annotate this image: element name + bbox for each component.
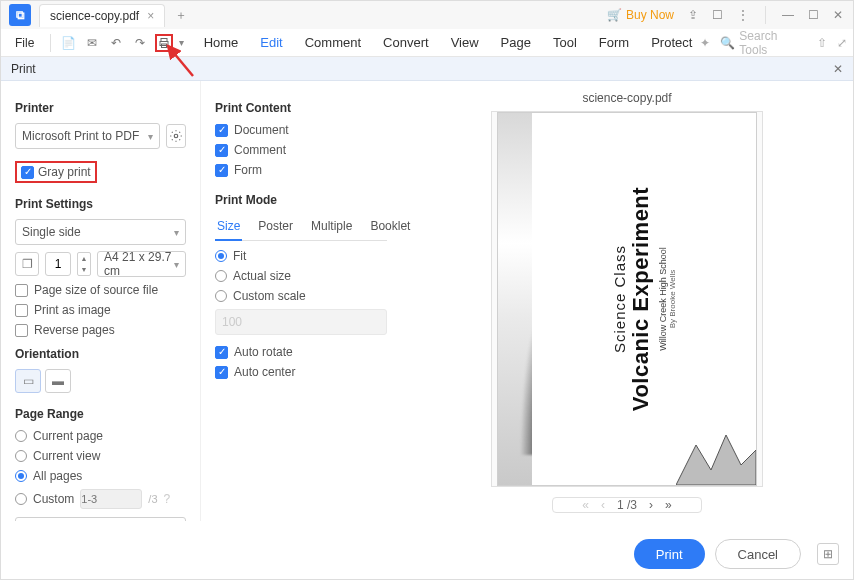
print-preview-panel: science-copy.pdf Science Class Volcanic …	[401, 81, 853, 521]
file-menu[interactable]: File	[7, 32, 42, 54]
copies-input[interactable]	[45, 252, 71, 276]
tab-edit[interactable]: Edit	[258, 31, 284, 54]
expand-icon[interactable]: ⤢	[837, 36, 847, 50]
preview-frame: Science Class Volcanic Experiment Willow…	[491, 111, 763, 487]
tab-view[interactable]: View	[449, 31, 481, 54]
sides-select[interactable]: Single side▾	[15, 219, 186, 245]
print-left-panel: Printer Microsoft Print to PDF▾ Gray pri…	[1, 81, 201, 521]
tab-home[interactable]: Home	[202, 31, 241, 54]
printer-properties-button[interactable]	[166, 124, 186, 148]
pages-filter-select[interactable]: All pages▾	[15, 517, 186, 521]
undo-icon[interactable]: ↶	[107, 34, 125, 52]
tab-form[interactable]: Form	[597, 31, 631, 54]
auto-center-checkbox[interactable]: Auto center	[215, 365, 387, 379]
open-icon[interactable]: 📄	[59, 34, 77, 52]
mode-tab-poster[interactable]: Poster	[256, 215, 295, 240]
share-out-icon[interactable]: ⇧	[817, 36, 827, 50]
printer-label: Printer	[15, 101, 186, 115]
preview-text-band: Science Class Volcanic Experiment Willow…	[532, 113, 756, 485]
range-current-page-radio[interactable]: Current page	[15, 429, 186, 443]
printer-select[interactable]: Microsoft Print to PDF▾	[15, 123, 160, 149]
tab-tool[interactable]: Tool	[551, 31, 579, 54]
tab-convert[interactable]: Convert	[381, 31, 431, 54]
redo-icon[interactable]: ↷	[131, 34, 149, 52]
print-dialog-header: Print ✕	[1, 57, 853, 81]
pager-status: 1 /3	[617, 498, 637, 512]
size-actual-radio[interactable]: Actual size	[215, 269, 387, 283]
maximize-icon[interactable]: ☐	[808, 8, 819, 22]
main-toolbar: File 📄 ✉ ↶ ↷ ▾ Home Edit Comment Convert…	[1, 29, 853, 57]
tab-title: science-copy.pdf	[50, 9, 139, 23]
content-document-checkbox[interactable]: Document	[215, 123, 387, 137]
size-fit-radio[interactable]: Fit	[215, 249, 387, 263]
more-icon[interactable]: ⋮	[737, 8, 749, 22]
close-dialog-icon[interactable]: ✕	[833, 62, 843, 76]
print-dialog-body: Printer Microsoft Print to PDF▾ Gray pri…	[1, 81, 853, 521]
print-mid-panel: Print Content Document Comment Form Prin…	[201, 81, 401, 521]
auto-rotate-checkbox[interactable]: Auto rotate	[215, 345, 387, 359]
preview-pager: « ‹ 1 /3 › »	[552, 497, 702, 513]
print-dialog-title: Print	[11, 62, 36, 76]
paper-size-select[interactable]: A4 21 x 29.7 cm▾	[97, 251, 186, 277]
search-tools-input[interactable]: 🔍 Search Tools	[720, 29, 807, 57]
orientation-landscape-button[interactable]: ▬	[45, 369, 71, 393]
close-window-icon[interactable]: ✕	[833, 8, 843, 22]
size-custom-radio[interactable]: Custom scale	[215, 289, 387, 303]
ribbon-tabs: Home Edit Comment Convert View Page Tool…	[202, 31, 695, 54]
svg-point-3	[174, 134, 178, 138]
page-source-checkbox[interactable]: Page size of source file	[15, 283, 186, 297]
share-icon[interactable]: ⇪	[688, 8, 698, 22]
doc-line1: Science Class	[611, 187, 628, 411]
custom-scale-input: 100	[215, 309, 387, 335]
tab-page[interactable]: Page	[499, 31, 533, 54]
app-icon: ⧉	[9, 4, 31, 26]
wand-icon[interactable]: ✦	[700, 36, 710, 50]
mail-icon[interactable]: ✉	[83, 34, 101, 52]
range-current-view-radio[interactable]: Current view	[15, 449, 186, 463]
range-all-pages-radio[interactable]: All pages	[15, 469, 186, 483]
preview-page: Science Class Volcanic Experiment Willow…	[497, 112, 757, 486]
pager-first-icon[interactable]: «	[582, 498, 589, 512]
mode-tab-multiple[interactable]: Multiple	[309, 215, 354, 240]
tab-protect[interactable]: Protect	[649, 31, 694, 54]
tab-comment[interactable]: Comment	[303, 31, 363, 54]
range-custom-radio[interactable]: Custom /3 ?	[15, 489, 186, 509]
copies-icon: ❐	[15, 252, 39, 276]
close-tab-icon[interactable]: ×	[147, 9, 154, 23]
pager-last-icon[interactable]: »	[665, 498, 672, 512]
content-form-checkbox[interactable]: Form	[215, 163, 387, 177]
preview-filename: science-copy.pdf	[582, 91, 671, 105]
print-settings-label: Print Settings	[15, 197, 186, 211]
mode-tab-size[interactable]: Size	[215, 215, 242, 241]
print-dropdown-icon[interactable]: ▾	[179, 37, 184, 48]
preview-image-band	[498, 113, 532, 485]
minimize-icon[interactable]: —	[782, 8, 794, 22]
gray-print-label: Gray print	[38, 165, 91, 179]
copies-stepper[interactable]: ▲▼	[77, 252, 91, 276]
content-comment-checkbox[interactable]: Comment	[215, 143, 387, 157]
print-button[interactable]: Print	[634, 539, 705, 569]
print-mode-label: Print Mode	[215, 193, 387, 207]
doc-line4: By Brooke Wells	[668, 187, 677, 411]
print-content-label: Print Content	[215, 101, 387, 115]
buy-now-link[interactable]: 🛒 Buy Now	[607, 8, 674, 22]
pager-prev-icon[interactable]: ‹	[601, 498, 605, 512]
print-as-image-checkbox[interactable]: Print as image	[15, 303, 186, 317]
notification-icon[interactable]: ☐	[712, 8, 723, 22]
new-tab-button[interactable]: ＋	[175, 7, 187, 24]
help-icon[interactable]: ?	[164, 492, 171, 506]
orientation-portrait-button[interactable]: ▭	[15, 369, 41, 393]
gray-print-checkbox[interactable]: Gray print	[15, 161, 97, 183]
cancel-button[interactable]: Cancel	[715, 539, 801, 569]
custom-range-input[interactable]	[80, 489, 142, 509]
dialog-footer: Print Cancel ⊞	[634, 539, 839, 569]
custom-range-total: /3	[148, 493, 157, 505]
doc-line3: Willow Creek High School	[658, 187, 668, 411]
window-titlebar: ⧉ science-copy.pdf × ＋ 🛒 Buy Now ⇪ ☐ ⋮ —…	[1, 1, 853, 29]
document-tab[interactable]: science-copy.pdf ×	[39, 4, 165, 27]
reverse-pages-checkbox[interactable]: Reverse pages	[15, 323, 186, 337]
print-icon[interactable]	[155, 34, 173, 52]
pager-next-icon[interactable]: ›	[649, 498, 653, 512]
checkbox-icon	[21, 166, 34, 179]
grid-layout-icon[interactable]: ⊞	[817, 543, 839, 565]
